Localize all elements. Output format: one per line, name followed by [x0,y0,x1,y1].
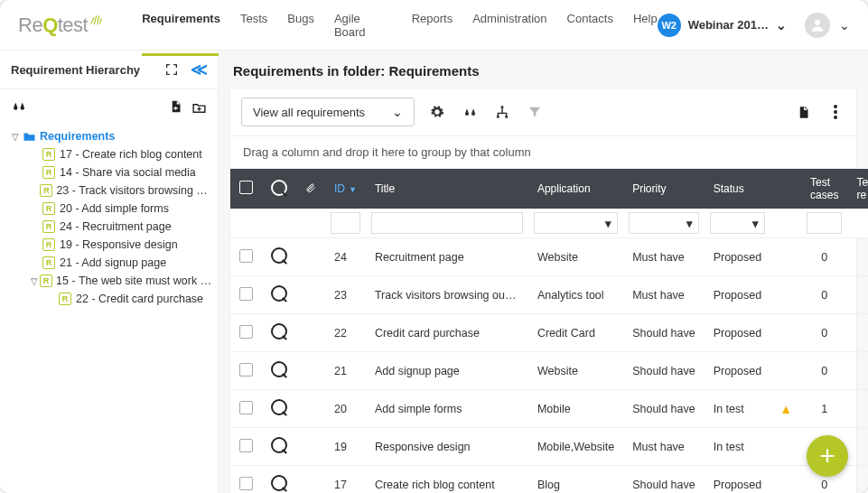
table-row[interactable]: 19Responsive designMobile,WebsiteMust ha… [230,428,868,466]
col-title[interactable]: Title [366,169,528,209]
requirements-panel: View all requirements ⌄ Drag a column an… [229,88,857,493]
filter-icon[interactable] [525,102,545,122]
preview-icon[interactable] [271,437,287,453]
tree-item[interactable]: R14 - Share via social media [27,163,212,181]
chevron-down-icon: ⌄ [776,18,787,33]
cell-priority: Must have [623,276,705,314]
cell-title: Responsive design [366,428,528,466]
table-row[interactable]: 23Track visitors browsing our siteAnalyt… [230,276,868,314]
cell-priority: Should have [623,390,705,428]
cell-priority: Should have [623,352,705,390]
select-all-checkbox[interactable] [239,181,253,194]
col-status[interactable]: Status [705,169,771,209]
nav-agile-board[interactable]: Agile Board [334,0,392,55]
nav-tests[interactable]: Tests [240,0,267,55]
table-row[interactable]: 21Add signup pageWebsiteShould havePropo… [230,352,868,390]
requirement-icon: R [40,274,52,287]
export-icon[interactable] [793,102,813,122]
row-checkbox[interactable] [239,287,253,301]
preview-icon[interactable] [271,323,287,340]
caret-down-icon[interactable]: ▽ [29,276,40,286]
cell-testcases: 0 [801,314,847,352]
project-switcher[interactable]: W2 Webinar 201… ⌄ [658,14,787,37]
nav-help[interactable]: Help [633,0,658,55]
preview-header-icon [271,180,287,196]
project-badge: W2 [658,14,681,37]
col-id[interactable]: ID▼ [325,169,366,209]
balance-icon[interactable] [460,102,480,122]
more-icon[interactable] [826,102,845,122]
preview-icon[interactable] [271,247,287,264]
tree-item[interactable]: R23 - Track visitors browsing our site [27,181,212,200]
svg-line-3 [100,18,102,23]
preview-icon[interactable] [271,285,287,302]
table-row[interactable]: 20Add simple formsMobileShould haveIn te… [230,390,868,428]
view-dropdown[interactable]: View all requirements ⌄ [241,98,415,126]
gear-icon[interactable] [427,102,447,122]
new-folder-icon[interactable] [189,97,209,116]
hierarchy-icon[interactable] [492,102,512,122]
add-button[interactable]: + [807,435,848,477]
tree-item[interactable]: R19 - Responsive design [27,236,212,254]
caret-down-icon[interactable]: ▽ [9,132,22,142]
balance-icon[interactable] [9,97,29,116]
table-row[interactable]: 17Create rich blog contentBlogShould hav… [230,466,868,494]
row-checkbox[interactable] [239,401,253,414]
filter-priority-select[interactable]: ▾ [629,212,699,234]
attachment-header-icon [305,184,316,197]
row-checkbox[interactable] [239,477,253,490]
tree-item[interactable]: R22 - Credit card purchase [43,290,212,308]
tree-item[interactable]: ▽R15 - The web site must work on all b [27,272,212,290]
chevron-down-icon[interactable]: ⌄ [839,18,850,33]
content-area: Requirements in folder: Requirements Vie… [219,51,868,493]
tree-root[interactable]: ▽ Requirements [7,127,212,145]
filter-app-select[interactable]: ▾ [534,212,618,234]
cell-status: Proposed [705,314,771,352]
nav-administration[interactable]: Administration [472,0,546,55]
row-checkbox[interactable] [239,439,253,452]
row-checkbox[interactable] [239,363,253,377]
tree-item[interactable]: R20 - Add simple forms [27,200,212,218]
group-by-bar[interactable]: Drag a column and drop it here to group … [230,136,856,169]
sidebar: Requirement Hierarchy ≪ ▽ [0,51,219,493]
logo[interactable]: ReQtest [18,14,106,37]
cell-app: Website [528,238,623,276]
app-header: ReQtest RequirementsTestsBugsAgile Board… [0,0,868,51]
row-checkbox[interactable] [239,325,253,339]
preview-icon[interactable] [271,399,287,415]
fullscreen-icon[interactable] [162,60,182,79]
collapse-sidebar-icon[interactable]: ≪ [187,60,207,79]
cell-title: Add simple forms [366,390,528,428]
svg-line-0 [91,17,95,23]
table-row[interactable]: 24Recruitment pageWebsiteMust havePropos… [230,238,868,276]
user-avatar[interactable] [805,13,830,38]
cell-status: Proposed [705,352,771,390]
nav-contacts[interactable]: Contacts [567,0,613,55]
requirement-icon: R [42,148,56,161]
nav-bugs[interactable]: Bugs [287,0,314,55]
nav-requirements[interactable]: Requirements [142,0,220,55]
project-name: Webinar 201… [688,18,769,32]
cell-id: 24 [325,238,366,276]
col-testresults[interactable]: Test re [847,169,868,209]
tree-item[interactable]: R21 - Add signup page [27,254,212,272]
filter-id-input[interactable] [331,212,360,234]
filter-title-input[interactable] [371,212,523,234]
col-priority[interactable]: Priority [623,169,705,209]
filter-tc-input[interactable] [807,212,842,234]
cell-app: Analytics tool [528,276,623,314]
row-checkbox[interactable] [239,249,253,263]
preview-icon[interactable] [271,475,287,491]
tree-item[interactable]: R17 - Create rich blog content [27,145,212,163]
tree-item[interactable]: R24 - Recruitment page [27,218,212,236]
filter-status-select[interactable]: ▾ [710,212,766,234]
col-testcases[interactable]: Test cases [801,169,847,209]
new-doc-icon[interactable] [165,97,185,116]
preview-icon[interactable] [271,361,287,377]
col-application[interactable]: Application [528,169,623,209]
svg-rect-7 [501,106,504,108]
cell-title: Track visitors browsing our site [366,276,528,314]
table-row[interactable]: 22Credit card purchaseCredit CardShould … [230,314,868,352]
nav-reports[interactable]: Reports [412,0,453,55]
cell-testcases: 0 [801,238,847,276]
